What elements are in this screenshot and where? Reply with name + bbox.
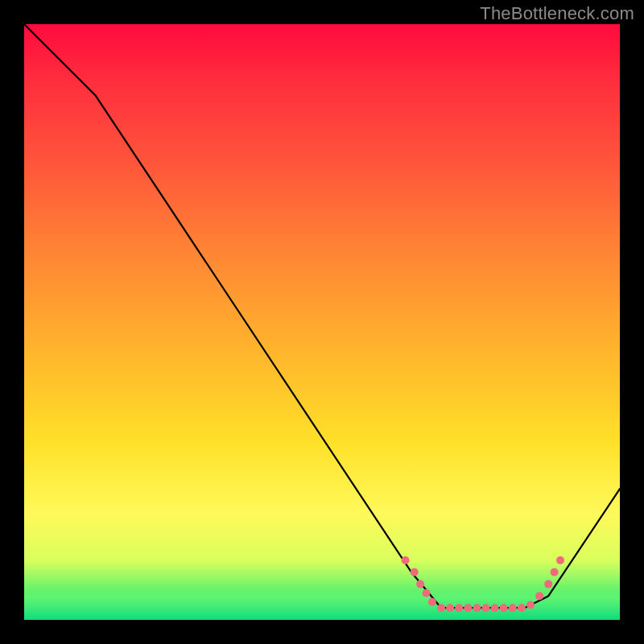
curve-marker [491, 604, 499, 612]
markers-layer [402, 556, 564, 612]
bottleneck-curve [24, 24, 620, 608]
curve-marker [518, 604, 526, 612]
curve-marker [423, 589, 431, 597]
chart-frame: TheBottleneck.com [0, 0, 644, 644]
plot-area [24, 24, 620, 620]
curve-marker [500, 604, 508, 612]
curve-marker [535, 592, 543, 600]
chart-svg [24, 24, 620, 620]
curve-layer [24, 24, 620, 608]
curve-marker [551, 568, 559, 576]
curve-marker [455, 604, 463, 612]
curve-marker [482, 604, 490, 612]
curve-marker [416, 580, 424, 588]
curve-marker [556, 556, 564, 564]
curve-marker [509, 604, 517, 612]
curve-marker [544, 580, 552, 588]
curve-marker [437, 604, 445, 612]
curve-marker [428, 598, 436, 606]
watermark-text: TheBottleneck.com [480, 3, 634, 24]
curve-marker [464, 604, 472, 612]
curve-marker [411, 568, 419, 576]
curve-marker [446, 604, 454, 612]
curve-marker [526, 601, 535, 609]
curve-marker [402, 556, 410, 564]
curve-marker [473, 604, 481, 612]
